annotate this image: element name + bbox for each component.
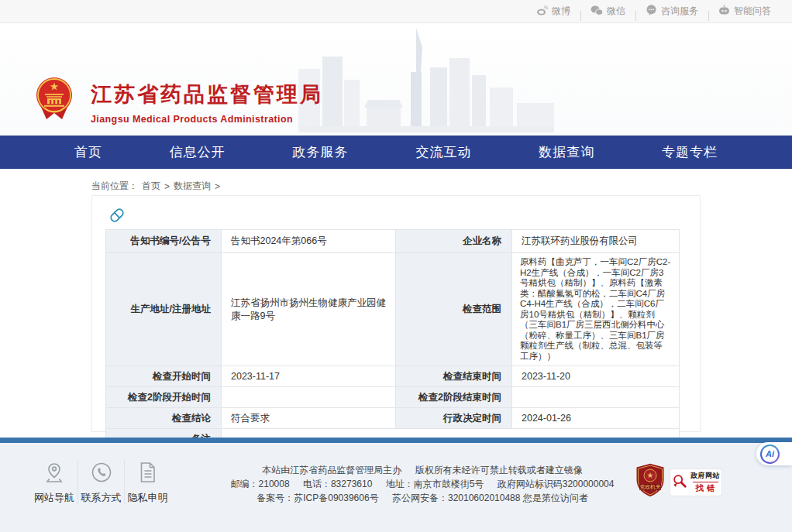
table-row: 检查开始时间 2023-11-17 检查结束时间 2023-11-20 [106, 366, 680, 387]
topbar-link-weibo[interactable]: 微博 [526, 5, 580, 18]
nav-item-home[interactable]: 首页 [74, 143, 102, 161]
field-value: 2024-01-26 [512, 408, 680, 429]
footer-quick-links: 网站导航 联系方式 隐私申明 [31, 460, 170, 505]
nav-item-info-disclosure[interactable]: 信息公开 [170, 143, 226, 161]
site-footer: 网站导航 联系方式 隐私申明 本站由江苏省药品监督管 [0, 443, 792, 532]
error-badge-line2: 找错 [693, 482, 718, 494]
footer-line-3: 备案号：苏ICP备09039606号 苏公网安备：32010602010488 … [217, 491, 628, 505]
national-emblem-icon [35, 76, 74, 124]
magnifier-icon [672, 473, 687, 492]
field-value: 原料药【曲克芦丁，一车间C2厂房C2-H2生产线（合成），一车间C2厂房3号精烘… [512, 253, 680, 366]
footer-link-contact[interactable]: 联系方式 [77, 460, 124, 505]
breadcrumb-separator: > [215, 181, 220, 192]
field-label: 企业名称 [396, 230, 512, 253]
footer-police-number: 苏公网安备：32010602010488 您是第位访问者 [392, 493, 588, 503]
topbar-label: 微信 [607, 5, 625, 18]
footer-link-label: 网站导航 [34, 491, 74, 505]
breadcrumb-home-link[interactable]: 首页 [142, 180, 160, 193]
brand-text: 江苏省药品监督管理局 Jiangsu Medical Products Admi… [91, 76, 323, 125]
field-label: 检查结论 [106, 408, 222, 429]
nav-item-data-query[interactable]: 数据查询 [539, 143, 594, 161]
site-logo-link[interactable]: 江苏省药品监督管理局 Jiangsu Medical Products Admi… [35, 76, 323, 125]
footer-host-text: 本站由江苏省药品监督管理局主办 [262, 465, 401, 475]
table-row: 检查2阶段开始时间 检查2阶段结束时间 [106, 387, 680, 408]
weibo-icon [536, 5, 548, 18]
nav-item-gov-services[interactable]: 政务服务 [293, 143, 349, 161]
field-label: 告知书编号/公告号 [106, 230, 222, 253]
field-value: 江苏联环药业股份有限公司 [512, 230, 680, 253]
footer-line-2: 邮编：210008 电话：83273610 地址：南京市鼓楼街5号 政府网站标识… [217, 477, 628, 491]
topbar-link-qa[interactable]: 智能问答 [708, 5, 781, 18]
footer-icp-number: 备案号：苏ICP备09039606号 [257, 493, 378, 503]
breadcrumb-separator: > [164, 181, 170, 192]
capsule-pill-icon [106, 204, 700, 226]
footer-copyright-text: 版权所有未经许可禁止转载或者建立镜像 [415, 465, 583, 475]
ai-assistant-button[interactable]: Ai [756, 442, 792, 465]
service-chat-icon [646, 5, 657, 18]
field-label: 检查开始时间 [106, 366, 222, 387]
error-badge-line1: 政府网站 [690, 471, 720, 481]
party-gov-shield-badge[interactable]: 党政机关 [635, 463, 665, 501]
error-badge-text: 政府网站 找错 [690, 471, 720, 494]
table-row: 检查结论 符合要求 行政决定时间 2024-01-26 [106, 408, 680, 429]
footer-info-text: 本站由江苏省药品监督管理局主办 版权所有未经许可禁止转载或者建立镜像 邮编：21… [217, 463, 628, 505]
field-label: 行政决定时间 [396, 408, 512, 429]
field-label: 检查范围 [396, 253, 512, 366]
footer-address: 地址：南京市鼓楼街5号 [386, 479, 484, 489]
topbar-link-wechat[interactable]: 微信 [580, 5, 635, 18]
ai-icon: Ai [760, 444, 780, 464]
site-subtitle: Jiangsu Medical Products Administration [91, 114, 323, 125]
topbar: 微博 微信 咨询服务 智能问答 [0, 0, 792, 23]
privacy-doc-icon [139, 462, 157, 486]
field-label: 生产地址/注册地址 [106, 253, 222, 366]
topbar-link-service[interactable]: 咨询服务 [635, 5, 708, 18]
main-navigation: 首页 信息公开 政务服务 交流互动 数据查询 专题专栏 [0, 136, 792, 169]
topbar-label: 智能问答 [734, 5, 771, 18]
footer-site-id: 政府网站标识码3200000004 [498, 479, 615, 489]
field-label: 检查2阶段结束时间 [396, 387, 512, 408]
footer-line-1: 本站由江苏省药品监督管理局主办 版权所有未经许可禁止转载或者建立镜像 [217, 463, 628, 477]
footer-link-label: 隐私申明 [128, 491, 168, 505]
robot-icon [718, 5, 730, 18]
breadcrumb: 当前位置： 首页 > 数据查询 > [91, 180, 792, 193]
table-row: 告知书编号/公告号 告知书2024年第066号 企业名称 江苏联环药业股份有限公… [106, 230, 680, 253]
city-skyline-graphic [298, 24, 554, 136]
ai-icon-label: Ai [762, 446, 778, 462]
field-label: 检查2阶段开始时间 [106, 387, 222, 408]
footer-postcode: 邮编：210008 [231, 479, 290, 489]
location-pin-icon [44, 462, 64, 486]
inspection-detail-table: 告知书编号/公告号 告知书2024年第066号 企业名称 江苏联环药业股份有限公… [105, 229, 680, 450]
field-value: 告知书2024年第066号 [222, 230, 396, 253]
footer-badges: 党政机关 政府网站 找错 [635, 463, 721, 501]
field-label: 检查结束时间 [396, 366, 512, 387]
footer-link-privacy[interactable]: 隐私申明 [124, 460, 170, 505]
footer-link-label: 联系方式 [81, 491, 122, 505]
footer-divider-bar [0, 438, 792, 443]
footer-link-site-map[interactable]: 网站导航 [31, 460, 77, 505]
field-value: 符合要求 [222, 408, 396, 429]
nav-item-interaction[interactable]: 交流互动 [415, 143, 471, 161]
field-value: 江苏省扬州市扬州生物健康产业园健康一路9号 [222, 253, 396, 366]
field-value: 2023-11-17 [222, 366, 396, 387]
footer-phone: 电话：83273610 [303, 479, 372, 489]
wechat-icon [591, 5, 603, 18]
nav-item-special-topics[interactable]: 专题专栏 [662, 143, 718, 161]
field-value [512, 387, 680, 408]
site-header: 江苏省药品监督管理局 Jiangsu Medical Products Admi… [0, 23, 792, 136]
gov-site-error-report-badge[interactable]: 政府网站 找错 [670, 469, 721, 496]
detail-panel: 告知书编号/公告号 告知书2024年第066号 企业名称 江苏联环药业股份有限公… [91, 195, 701, 432]
table-row: 生产地址/注册地址 江苏省扬州市扬州生物健康产业园健康一路9号 检查范围 原料药… [106, 253, 680, 366]
topbar-label: 咨询服务 [661, 5, 698, 18]
phone-icon [91, 462, 112, 486]
breadcrumb-data-query-link[interactable]: 数据查询 [174, 180, 211, 193]
party-badge-label: 党政机关 [639, 484, 660, 490]
site-title: 江苏省药品监督管理局 [91, 81, 323, 108]
field-value: 2023-11-20 [512, 366, 680, 387]
topbar-label: 微博 [552, 5, 570, 18]
field-value [222, 387, 396, 408]
breadcrumb-prefix: 当前位置： [91, 180, 138, 193]
